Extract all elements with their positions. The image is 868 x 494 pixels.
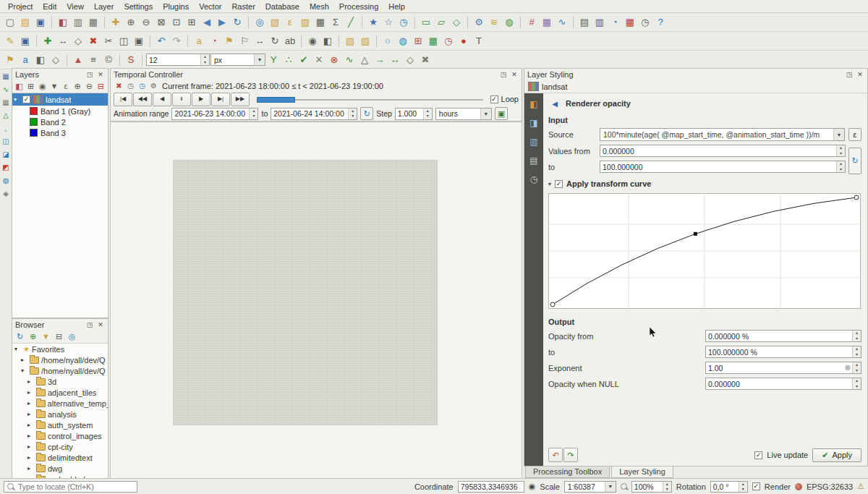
add-raster-layer-icon[interactable]: ▦ bbox=[1, 97, 12, 108]
magnifier-stepper[interactable]: 100% bbox=[631, 481, 672, 493]
add-oracle-layer-icon[interactable]: ◩ bbox=[1, 162, 12, 173]
snapping-toggle-icon[interactable]: ⊗ bbox=[327, 53, 341, 67]
vertex-tool-icon[interactable]: ◇ bbox=[71, 34, 85, 48]
menu-help[interactable]: Help bbox=[383, 1, 410, 12]
pan-map-icon[interactable]: ✚ bbox=[109, 15, 123, 30]
select-by-expression-icon[interactable]: ε bbox=[283, 15, 297, 30]
zoom-out-icon[interactable]: ⊖ bbox=[139, 15, 153, 30]
new-bookmark-icon[interactable]: ★ bbox=[366, 15, 380, 30]
menu-raster[interactable]: Raster bbox=[226, 1, 260, 12]
paste-features-icon[interactable]: ▣ bbox=[132, 34, 146, 48]
layer-item-landsat[interactable]: ▾✓landsat bbox=[12, 93, 108, 106]
redo-icon[interactable]: ↷ bbox=[169, 34, 184, 48]
step-input[interactable]: 1.000 bbox=[395, 108, 433, 120]
filter-by-expression-icon[interactable]: ε bbox=[61, 81, 72, 93]
expander-icon[interactable]: ▸ bbox=[27, 443, 34, 450]
field-calculator-icon[interactable]: Σ bbox=[328, 15, 343, 30]
zoom-to-selection-icon[interactable]: ⊡ bbox=[169, 15, 184, 30]
add-spatialite-layer-icon[interactable]: ◪ bbox=[1, 149, 12, 160]
expander-icon[interactable]: ▸ bbox=[27, 454, 34, 461]
mouse-position-icon[interactable]: ◉ bbox=[529, 482, 536, 491]
band-item[interactable]: Band 3 bbox=[12, 127, 108, 138]
export-animation-button[interactable]: ▣ bbox=[495, 107, 508, 120]
layer-labeling-options-icon[interactable]: a bbox=[192, 34, 206, 48]
disable-tool-icon[interactable]: ✕ bbox=[312, 53, 326, 67]
node-tool-icon[interactable]: ◇ bbox=[403, 53, 417, 67]
browser-item[interactable]: ▸dwg bbox=[12, 463, 108, 474]
expander-icon[interactable]: ▾ bbox=[14, 346, 21, 352]
browser-item[interactable]: ▾★Favorites bbox=[12, 344, 108, 354]
svg-annotation-icon[interactable]: ◇ bbox=[48, 53, 63, 67]
geometry-validity-icon[interactable]: ✔ bbox=[297, 53, 311, 67]
north-arrow-decoration-icon[interactable]: ▲ bbox=[71, 53, 85, 67]
data-plot-icon[interactable]: ◔ bbox=[608, 15, 622, 30]
redo-style-icon[interactable]: ↷ bbox=[563, 448, 578, 462]
unit-select[interactable]: px bbox=[210, 54, 265, 66]
temporal-navigation-off-icon[interactable]: ✖ bbox=[114, 81, 124, 91]
float-panel-icon[interactable]: ◳ bbox=[499, 70, 508, 79]
undo-style-icon[interactable]: ↶ bbox=[548, 448, 563, 462]
profile-tool-icon[interactable]: ∿ bbox=[555, 15, 569, 30]
show-properties-icon[interactable]: ◎ bbox=[66, 331, 78, 343]
pause-icon[interactable]: ‖ bbox=[172, 93, 191, 106]
step-back-icon[interactable]: ◀ bbox=[153, 93, 171, 106]
exponent-input[interactable]: 1.00⊗ bbox=[705, 362, 861, 374]
identify-features-icon[interactable]: ◎ bbox=[252, 15, 267, 30]
values-from-input[interactable]: 0.000000 bbox=[600, 145, 846, 157]
refresh-map-icon[interactable]: ↻ bbox=[230, 15, 244, 30]
close-panel-icon[interactable]: ✕ bbox=[510, 70, 519, 79]
delete-selected-icon[interactable]: ✖ bbox=[86, 34, 101, 48]
paint-effects-icon[interactable]: S bbox=[124, 53, 138, 67]
transparency-tab-icon[interactable]: ◨ bbox=[527, 116, 540, 129]
add-postgis-layer-icon[interactable]: ◫ bbox=[1, 136, 12, 147]
add-group-icon[interactable]: ⊞ bbox=[25, 81, 36, 93]
close-panel-icon[interactable]: ✕ bbox=[96, 320, 105, 329]
add-vector-layer-icon[interactable]: ∿ bbox=[1, 84, 12, 95]
opacity-when-null-input[interactable]: 0.000000 bbox=[705, 378, 861, 390]
expression-builder-button[interactable]: ε bbox=[848, 128, 861, 141]
move-tool-icon[interactable]: ↔ bbox=[388, 53, 402, 67]
add-selected-layers-icon[interactable]: ⊕ bbox=[27, 331, 39, 343]
opacity-from-input[interactable]: 0.000000 % bbox=[705, 330, 861, 342]
manage-3d-views-icon[interactable]: ◧ bbox=[320, 34, 335, 48]
add-wms-layer-icon[interactable]: ◍ bbox=[1, 175, 12, 186]
band-item[interactable]: Band 1 (Gray) bbox=[12, 106, 108, 116]
fixed-range-mode-icon[interactable]: ◷ bbox=[125, 81, 136, 91]
remove-layer-icon[interactable]: ⊟ bbox=[95, 81, 106, 93]
browser-item[interactable]: ▸delimitedtext bbox=[12, 452, 108, 463]
loop-checkbox[interactable]: ✓ bbox=[490, 95, 498, 103]
raster-calculator-icon[interactable]: ▦ bbox=[540, 15, 554, 30]
undo-icon[interactable]: ↶ bbox=[154, 34, 169, 48]
save-project-icon[interactable]: ▣ bbox=[33, 15, 48, 30]
browser-item[interactable]: ▸auth_system bbox=[12, 420, 108, 430]
move-feature-icon[interactable]: ↔ bbox=[56, 34, 70, 48]
browser-item[interactable]: ▸control_images bbox=[12, 430, 108, 441]
styling-layer-selector[interactable]: landsat bbox=[524, 80, 867, 93]
refresh-values-button[interactable]: ↻ bbox=[848, 148, 861, 174]
zoom-full-icon[interactable]: ⊠ bbox=[154, 15, 169, 30]
zoom-next-icon[interactable]: ▶ bbox=[215, 15, 229, 30]
grass-tools-icon[interactable]: ◍ bbox=[502, 15, 516, 30]
locate-input[interactable] bbox=[17, 482, 134, 492]
live-update-checkbox[interactable]: ✓ bbox=[754, 451, 762, 459]
expand-all-icon[interactable]: ⊕ bbox=[72, 81, 83, 93]
values-to-input[interactable]: 100.000000 bbox=[600, 161, 846, 173]
temporal-settings-icon[interactable]: ⚙ bbox=[148, 81, 159, 91]
menu-mesh[interactable]: Mesh bbox=[305, 1, 334, 12]
new-geopackage-layer-icon[interactable]: ▭ bbox=[419, 15, 433, 30]
zoom-last-icon[interactable]: ◀ bbox=[200, 15, 214, 30]
manage-map-themes-icon[interactable]: ◉ bbox=[37, 81, 48, 93]
band-item[interactable]: Band 2 bbox=[12, 116, 108, 127]
copyright-decoration-icon[interactable]: © bbox=[101, 53, 116, 67]
browser-item[interactable]: ▸analysis bbox=[12, 409, 108, 420]
layer-diagram-options-icon[interactable]: ◔ bbox=[207, 34, 221, 48]
clear-tool-icon[interactable]: ✖ bbox=[418, 53, 433, 67]
messages-icon[interactable]: ⚠ bbox=[857, 482, 864, 491]
refresh-browser-icon[interactable]: ↻ bbox=[14, 331, 26, 343]
previous-frame-icon[interactable]: ◀◀ bbox=[133, 93, 152, 106]
play-icon[interactable]: ▶ bbox=[192, 93, 210, 106]
menu-settings[interactable]: Settings bbox=[119, 1, 158, 12]
quickmapservices-icon[interactable]: ◍ bbox=[396, 34, 410, 48]
expander-icon[interactable]: ▸ bbox=[21, 357, 27, 363]
show-bookmarks-icon[interactable]: ☆ bbox=[381, 15, 396, 30]
